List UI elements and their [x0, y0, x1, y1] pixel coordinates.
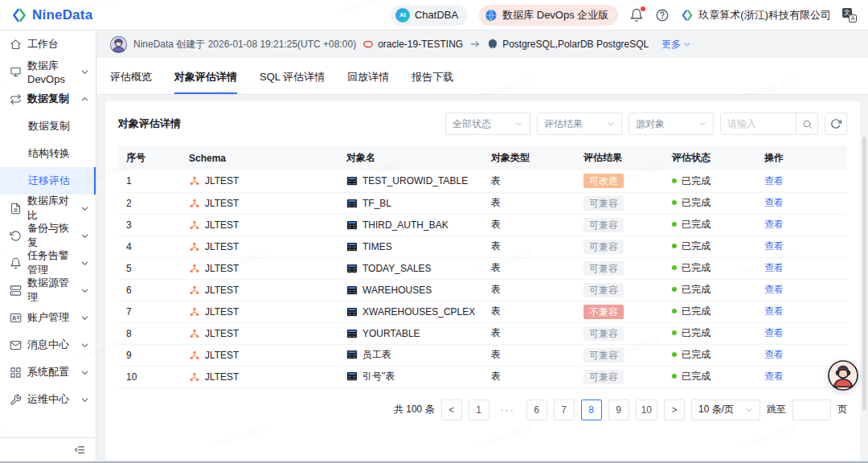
sidebar-subitem[interactable]: 数据复制 [0, 113, 96, 140]
sidebar-item-database-devops[interactable]: 数据库 DevOps [0, 58, 96, 85]
search-button[interactable] [796, 113, 817, 134]
cell-type: 表 [491, 322, 583, 344]
result-filter-select[interactable]: 评估结果 [537, 113, 622, 135]
notification-bell-button[interactable] [629, 8, 644, 23]
sidebar-item-label: 工作台 [27, 37, 59, 51]
status-dot [672, 330, 677, 335]
cell-type: 表 [491, 192, 583, 214]
cell-index: 5 [118, 257, 189, 279]
cell-object: TEST_UROWID_TABLE [346, 170, 491, 192]
search-input[interactable] [721, 113, 796, 134]
tab-2[interactable]: SQL 评估详情 [260, 58, 325, 94]
arrow-right-icon [469, 39, 481, 50]
view-link[interactable]: 查看 [764, 175, 784, 186]
sidebar-item-datasource[interactable]: 数据源管理 [0, 277, 96, 304]
status-filter-select[interactable]: 全部状态 [445, 113, 530, 135]
cell-type: 表 [491, 214, 583, 236]
sidebar-item-system-config[interactable]: 系统配置 [0, 359, 96, 386]
sidebar-footer [0, 437, 96, 461]
tabs-bar: 评估概览对象评估详情SQL 评估详情回放详情报告下载 [97, 58, 868, 95]
language-switch-button[interactable]: 文A [842, 8, 857, 23]
page-button-8[interactable]: 8 [581, 399, 602, 420]
sidebar-item-data-replication[interactable]: 数据复制 [0, 85, 96, 113]
prev-page-button[interactable]: < [441, 399, 462, 420]
chevron-down-icon [80, 68, 89, 76]
view-link[interactable]: 查看 [764, 240, 784, 252]
sidebar-subitem[interactable]: 结构转换 [0, 140, 96, 167]
view-link[interactable]: 查看 [764, 371, 784, 382]
view-link[interactable]: 查看 [764, 284, 784, 295]
view-link[interactable]: 查看 [764, 262, 784, 273]
sidebar-item-account[interactable]: 账户管理 [0, 304, 96, 331]
target-datasource: PostgreSQL,PolarDB PostgreSQL [502, 39, 649, 50]
help-button[interactable] [655, 8, 669, 23]
result-badge: 可改造 [583, 174, 624, 188]
cell-index: 4 [118, 236, 189, 257]
cell-object: WAREHOUSES [346, 279, 491, 301]
table-row: 7JLTESTXWAREHOUSES_CPLEX表不兼容已完成查看 [118, 301, 847, 322]
chatdba-button[interactable]: AI ChatDBA [391, 5, 468, 26]
cell-index: 2 [118, 192, 189, 214]
page-button-6[interactable]: 6 [526, 399, 547, 420]
sidebar-item-ops-center[interactable]: 运维中心 [0, 386, 96, 413]
table-object-icon [346, 371, 358, 382]
cell-schema: JLTEST [189, 366, 346, 387]
cell-object: 员工表 [346, 344, 491, 366]
support-avatar-button[interactable] [828, 360, 858, 391]
next-page-button[interactable]: > [664, 399, 685, 420]
table-object-icon [346, 285, 358, 296]
page-button-7[interactable]: 7 [554, 399, 575, 420]
table-header-row: 序号Schema对象名对象类型评估结果评估状态操作 [118, 145, 847, 170]
cell-result: 不兼容 [583, 301, 672, 322]
cell-index: 9 [118, 344, 189, 366]
table-row: 4JLTESTTIMES表可兼容已完成查看 [118, 236, 847, 257]
view-link[interactable]: 查看 [764, 305, 784, 317]
sidebar-item-label: 任务告警管理 [27, 248, 75, 277]
more-link[interactable]: 更多 [661, 38, 691, 51]
collapse-sidebar-button[interactable] [74, 444, 86, 456]
tab-0[interactable]: 评估概览 [110, 58, 152, 94]
tab-1[interactable]: 对象评估详情 [174, 58, 237, 94]
page-size-select[interactable]: 10 条/页 [691, 399, 760, 420]
tab-3[interactable]: 回放详情 [347, 58, 389, 94]
page-button-9[interactable]: 9 [608, 399, 629, 420]
sidebar-menu: 工作台数据库 DevOps数据复制数据复制结构转换迁移评估数据库对比备份与恢复任… [0, 31, 96, 413]
sidebar-subitem[interactable]: 迁移评估 [0, 167, 96, 195]
cell-status: 已完成 [672, 236, 764, 257]
cell-result: 可兼容 [583, 279, 672, 301]
view-link[interactable]: 查看 [764, 219, 784, 230]
table-row: 2JLTESTTF_BL表可兼容已完成查看 [118, 192, 847, 214]
edition-button[interactable]: 数据库 DevOps 企业版 [479, 5, 618, 26]
page-buttons: <1···678910> [441, 399, 685, 420]
object-evaluation-panel: 对象评估详情 全部状态 评估结果 源对象 [105, 101, 860, 460]
org-switcher[interactable]: 玖章算术(浙江)科技有限公司 [681, 8, 831, 23]
table-row: 3JLTESTTHIRD_AUTH_BAK表可兼容已完成查看 [118, 214, 847, 236]
page-button-10[interactable]: 10 [636, 399, 657, 420]
refresh-button[interactable] [825, 113, 847, 135]
jump-page-input[interactable] [792, 399, 831, 420]
sidebar-item-db-compare[interactable]: 数据库对比 [0, 195, 96, 222]
cell-status: 已完成 [672, 344, 764, 366]
ninedata-logo[interactable]: NineData [11, 7, 92, 23]
compare-icon [10, 203, 22, 215]
sidebar-item-label: 备份与恢复 [27, 221, 75, 250]
page-scrollbar[interactable] [862, 137, 866, 410]
cell-result: 可兼容 [583, 366, 672, 387]
source-object-filter-select[interactable]: 源对象 [628, 113, 714, 135]
edition-label: 数据库 DevOps 企业版 [502, 8, 608, 23]
view-link[interactable]: 查看 [764, 327, 784, 338]
sidebar-item-workbench[interactable]: 工作台 [0, 31, 96, 58]
table-object-icon [346, 175, 358, 186]
cell-status: 已完成 [672, 301, 764, 322]
sidebar-item-message-center[interactable]: 消息中心 [0, 331, 96, 359]
view-link[interactable]: 查看 [764, 197, 784, 208]
tab-4[interactable]: 报告下载 [411, 58, 453, 94]
sidebar-item-task-alert[interactable]: 任务告警管理 [0, 249, 96, 277]
sidebar-item-label: 系统配置 [27, 365, 69, 379]
result-badge: 不兼容 [583, 305, 624, 319]
cell-index: 3 [118, 214, 189, 236]
page-button-1[interactable]: 1 [469, 399, 489, 420]
view-link[interactable]: 查看 [764, 349, 784, 360]
schema-icon [189, 241, 200, 252]
sidebar-item-backup-restore[interactable]: 备份与恢复 [0, 222, 96, 249]
